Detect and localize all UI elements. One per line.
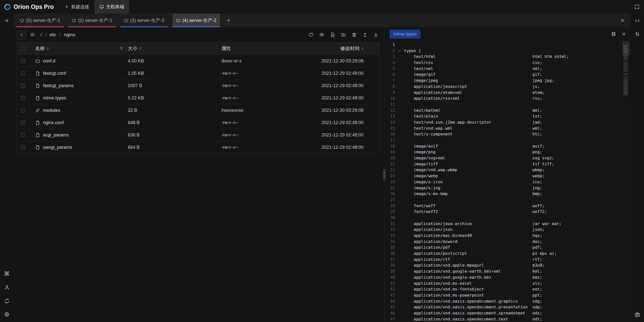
session-tab[interactable]: (3) server-生产-2 xyxy=(120,14,168,27)
fold-gutter xyxy=(395,90,404,96)
upload-icon[interactable] xyxy=(363,32,368,37)
code-text: application/vnd.google-earth.kmz kmz; xyxy=(404,274,542,280)
session-tab[interactable]: (2) server-生产-1 xyxy=(68,14,116,27)
file-name[interactable]: conf.d xyxy=(43,58,55,64)
file-name[interactable]: mime.types xyxy=(43,95,66,101)
row-checkbox[interactable] xyxy=(21,96,25,100)
file-name[interactable]: modules xyxy=(43,108,60,113)
fullscreen-icon[interactable] xyxy=(634,4,640,10)
row-checkbox[interactable] xyxy=(21,83,25,88)
fold-gutter xyxy=(395,78,404,84)
file-name[interactable]: fastcgi.conf xyxy=(43,71,66,76)
column-label: 修改时间 xyxy=(340,45,359,52)
file-row[interactable]: fastcgi.conf1.05 KB-rw-r--r--2021-12-29 … xyxy=(17,67,380,79)
file-row[interactable]: mime.types5.22 KB-rw-r--r--2021-12-29 02… xyxy=(17,92,380,104)
eye-icon[interactable] xyxy=(319,32,324,37)
file-row[interactable]: nginx.conf648 B-rw-r--r--2021-12-29 02:4… xyxy=(17,116,380,129)
fold-gutter xyxy=(395,298,404,304)
file-name[interactable]: nginx.conf xyxy=(43,120,64,125)
file-name-cell: mime.types xyxy=(29,95,128,101)
topbar: Orion Ops Pro 新建连接主机终端 xyxy=(0,0,644,14)
row-checkbox[interactable] xyxy=(21,71,25,76)
left-sidebar-top xyxy=(4,14,10,24)
file-row[interactable]: uwsgi_params664 B-rw-r--r--2021-12-29 02… xyxy=(17,141,380,153)
line-number: 44 xyxy=(386,298,395,304)
session-tab[interactable]: (4) server-生产-2 xyxy=(173,14,220,27)
close-editor-button[interactable] xyxy=(621,31,626,37)
fold-gutter xyxy=(395,84,404,90)
column-header[interactable]: 修改时间 xyxy=(308,43,380,55)
column-header[interactable]: 名称 xyxy=(29,43,128,55)
gear-icon[interactable]: ⚙ xyxy=(4,312,10,317)
minimap-line xyxy=(623,70,628,70)
line-number: 31 xyxy=(386,221,395,227)
code-line: 12 text/mathml mml; xyxy=(386,108,630,114)
breadcrumb-item[interactable]: etc xyxy=(50,32,56,38)
command-icon[interactable]: ⌘ xyxy=(4,271,10,277)
user-icon[interactable] xyxy=(4,284,10,290)
minimap-slider[interactable] xyxy=(622,41,630,55)
sync-icon[interactable] xyxy=(4,298,10,304)
code-line: 10 application/rss+xml rss; xyxy=(386,95,630,101)
editor-actions xyxy=(611,31,626,37)
row-checkbox[interactable] xyxy=(21,59,25,63)
folder-add-icon[interactable] xyxy=(341,32,346,37)
delete-icon[interactable] xyxy=(352,32,357,37)
line-number: 20 xyxy=(386,155,395,161)
row-checkbox[interactable] xyxy=(21,108,25,113)
fold-gutter xyxy=(395,125,404,131)
row-checkbox[interactable] xyxy=(21,133,25,137)
line-number: 37 xyxy=(386,257,395,263)
chevron-down-icon[interactable] xyxy=(398,49,401,53)
file-row[interactable]: conf.d4.00 KBdrwxr-xr-x2021-12-30 03:29:… xyxy=(17,55,380,67)
row-checkbox[interactable] xyxy=(21,120,25,125)
file-mtime: 2021-12-29 02:48:00 xyxy=(308,120,380,125)
splitter-grip[interactable] xyxy=(383,169,386,181)
column-header[interactable]: 大小 xyxy=(128,43,221,55)
editor-file-tab[interactable]: mime.types xyxy=(390,30,420,39)
row-checkbox[interactable] xyxy=(21,145,25,150)
fold-gutter xyxy=(395,257,404,263)
column-label: 名称 xyxy=(35,45,45,52)
breadcrumb-item[interactable]: nginx xyxy=(64,32,75,38)
minimap[interactable] xyxy=(622,41,630,322)
fold-gutter xyxy=(395,167,404,173)
save-button[interactable] xyxy=(611,31,616,37)
code-editor[interactable]: 12types {3 text/html html htm shtml;4 te… xyxy=(386,41,630,322)
download-icon[interactable] xyxy=(373,32,378,37)
line-number: 25 xyxy=(386,185,395,191)
file-name[interactable]: fastcgi_params xyxy=(43,83,74,88)
line-number: 32 xyxy=(386,227,395,233)
file-add-icon[interactable] xyxy=(330,32,335,37)
line-number: 14 xyxy=(386,119,395,125)
filter-icon[interactable] xyxy=(119,47,124,51)
code-line: 27 xyxy=(386,197,630,203)
list-view-button[interactable] xyxy=(28,30,37,40)
file-name[interactable]: scgi_params xyxy=(43,132,69,138)
code-text: image/webp webp; xyxy=(404,173,545,179)
topnav-item[interactable]: 主机终端 xyxy=(94,0,129,14)
line-number: 40 xyxy=(386,274,395,280)
file-row[interactable]: scgi_params636 B-rw-r--r--2021-12-29 02:… xyxy=(17,129,380,141)
breadcrumb-item[interactable]: / xyxy=(41,32,42,38)
back-button[interactable] xyxy=(17,30,26,40)
minimap-line xyxy=(623,62,628,62)
swap-vertical-icon[interactable] xyxy=(634,31,640,37)
code-line: 24 image/x-icon ico; xyxy=(386,179,630,185)
file-name[interactable]: uwsgi_params xyxy=(43,145,72,150)
add-tab-button[interactable] xyxy=(226,18,231,23)
close-sessions-button[interactable] xyxy=(620,18,625,23)
code-line: 36 application/postscript ps eps ai; xyxy=(386,251,630,257)
code-text: text/x-component htc; xyxy=(404,131,542,137)
file-row[interactable]: fastcgi_params1007 B-rw-r--r--2021-12-29… xyxy=(17,79,380,92)
plus-icon[interactable] xyxy=(4,18,10,24)
topnav-item[interactable]: 新建连接 xyxy=(59,0,94,14)
refresh-icon[interactable] xyxy=(308,32,313,37)
select-all-checkbox[interactable] xyxy=(21,46,25,51)
session-tab[interactable]: (1) server-生产-1 xyxy=(16,14,64,27)
camera-icon[interactable] xyxy=(634,312,640,317)
panel-splitter[interactable] xyxy=(383,27,386,322)
file-row[interactable]: modules22 Blrwxrwxrwx2021-12-30 03:29:08 xyxy=(17,104,380,116)
code-icon[interactable] xyxy=(634,18,640,24)
line-number: 27 xyxy=(386,197,395,203)
